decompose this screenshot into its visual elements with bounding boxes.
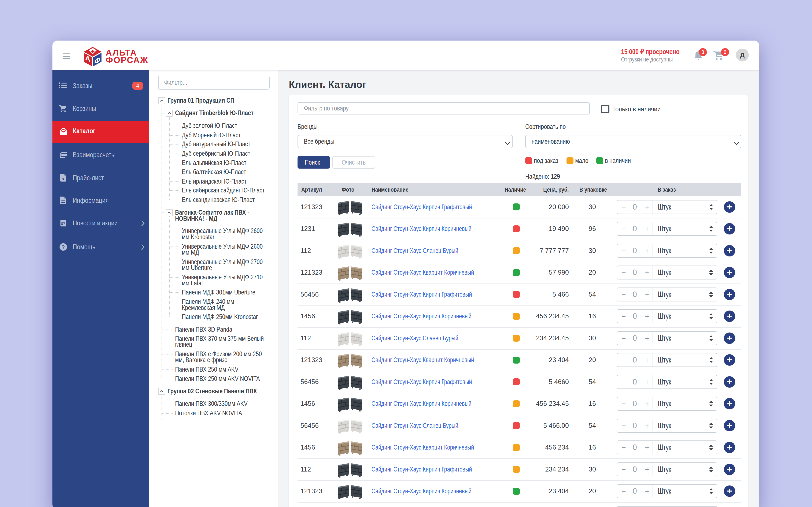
svg-text:?: ? [62, 244, 65, 250]
svg-text:x: x [62, 177, 64, 181]
